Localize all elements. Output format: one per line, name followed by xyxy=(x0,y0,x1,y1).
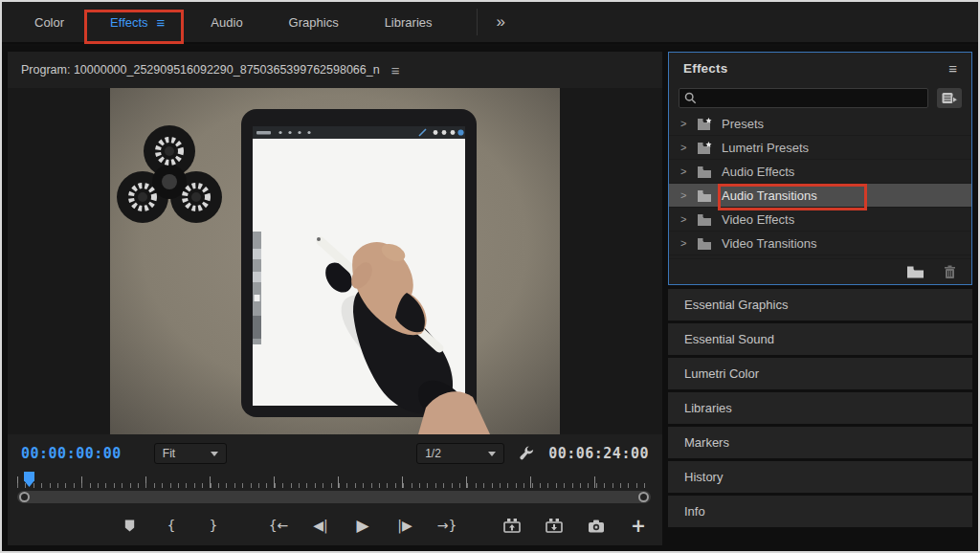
mark-out-icon: } xyxy=(210,518,218,533)
play-button[interactable]: ▶ xyxy=(354,516,371,535)
tab-effects[interactable]: Effects ≡ xyxy=(87,2,188,42)
transport-controls: { } {← ◀| ▶ |▶ →} xyxy=(8,509,662,542)
duration-timecode: 00:06:24:00 xyxy=(548,445,649,462)
new-custom-bin-icon[interactable] xyxy=(906,265,924,278)
program-monitor-title: Program: 10000000_252909516092290_875036… xyxy=(21,63,380,77)
tree-item-audio-effects[interactable]: > Audio Effects xyxy=(669,160,971,184)
chevron-right-icon[interactable]: > xyxy=(680,118,688,129)
tree-item-audio-transitions[interactable]: > Audio Transitions xyxy=(669,184,971,208)
panel-lumetri-color[interactable]: Lumetri Color xyxy=(668,358,972,389)
lift-icon xyxy=(503,518,521,533)
delete-bin-icon[interactable] xyxy=(944,265,956,279)
effects-panel-menu-icon[interactable]: ≡ xyxy=(948,60,957,77)
panel-info[interactable]: Info xyxy=(668,496,972,527)
tab-libraries-label: Libraries xyxy=(385,15,433,30)
tab-libraries[interactable]: Libraries xyxy=(362,2,456,42)
tree-item-presets[interactable]: > Presets xyxy=(669,112,971,136)
play-icon: ▶ xyxy=(356,516,368,535)
panel-label: Lumetri Color xyxy=(684,366,759,381)
tab-graphics[interactable]: Graphics xyxy=(266,2,362,42)
go-to-in-icon: {← xyxy=(269,518,289,533)
go-to-out-button[interactable]: →} xyxy=(438,518,456,533)
add-marker-button[interactable] xyxy=(121,519,138,533)
effects-search-input[interactable] xyxy=(702,91,923,104)
chevron-right-icon[interactable]: > xyxy=(680,237,688,249)
panel-label: Essential Graphics xyxy=(684,298,788,312)
panel-label: History xyxy=(684,470,723,484)
preset-folder-icon xyxy=(697,118,713,130)
premiere-pro-window: Color Effects ≡ Audio Graphics Libraries… xyxy=(0,0,980,553)
tab-menu-icon[interactable]: ≡ xyxy=(157,14,166,31)
wrench-icon xyxy=(518,445,535,462)
right-sidebar: Effects ≡ xyxy=(668,52,972,545)
program-monitor-panel: Program: 10000000_252909516092290_875036… xyxy=(8,52,662,545)
scrollbar-left-handle[interactable] xyxy=(19,492,30,502)
extract-button[interactable] xyxy=(546,518,563,533)
bin-type-filter-button[interactable] xyxy=(937,88,962,108)
go-to-in-button[interactable]: {← xyxy=(270,518,287,533)
folder-icon xyxy=(697,189,713,202)
current-timecode[interactable]: 00:00:00:00 xyxy=(21,445,122,462)
program-video-viewport xyxy=(8,88,662,434)
export-frame-button[interactable] xyxy=(588,519,605,533)
step-back-button[interactable]: ◀| xyxy=(312,518,329,533)
tab-color-label: Color xyxy=(34,15,64,30)
panel-markers[interactable]: Markers xyxy=(668,427,972,458)
monitor-time-ruler[interactable] xyxy=(17,475,651,488)
settings-wrench-button[interactable] xyxy=(518,445,535,462)
panel-history[interactable]: History xyxy=(668,461,972,493)
folder-icon xyxy=(697,213,713,226)
monitor-zoom-scrollbar[interactable] xyxy=(17,491,651,503)
chevron-right-icon[interactable]: > xyxy=(680,166,688,177)
panel-essential-graphics[interactable]: Essential Graphics xyxy=(668,289,972,321)
mark-out-button[interactable]: } xyxy=(205,518,222,533)
workspace-overflow-chevron-icon[interactable]: » xyxy=(478,12,525,32)
step-forward-icon: |▶ xyxy=(397,518,412,533)
drawing-app-sidebar xyxy=(253,232,261,344)
mark-in-icon: { xyxy=(167,518,176,533)
chevron-right-icon[interactable]: > xyxy=(680,189,688,201)
folder-icon xyxy=(697,166,713,178)
effects-search-box[interactable] xyxy=(679,88,928,108)
step-forward-button[interactable]: |▶ xyxy=(396,518,413,533)
program-monitor-menu-icon[interactable]: ≡ xyxy=(391,62,400,78)
tab-audio[interactable]: Audio xyxy=(188,2,265,42)
go-to-out-icon: →} xyxy=(437,518,457,533)
video-frame xyxy=(110,88,560,434)
chevron-right-icon[interactable]: > xyxy=(680,213,688,225)
monitor-controls-bar: 00:00:00:00 Fit 1/2 00:06:24:00 xyxy=(8,438,662,469)
tab-effects-label: Effects xyxy=(110,15,148,30)
tree-item-video-transitions[interactable]: > Video Transitions xyxy=(669,232,971,255)
tab-color[interactable]: Color xyxy=(11,2,87,42)
playback-resolution-dropdown[interactable]: 1/2 xyxy=(416,443,504,464)
tree-item-label: Audio Transitions xyxy=(722,188,817,203)
panel-label: Libraries xyxy=(684,401,732,415)
scrollbar-right-handle[interactable] xyxy=(638,492,649,502)
playhead-marker[interactable] xyxy=(24,472,34,487)
panel-libraries[interactable]: Libraries xyxy=(668,392,972,424)
tree-item-label: Presets xyxy=(722,117,764,131)
tree-item-label: Audio Effects xyxy=(722,165,794,179)
panel-stack: Essential Graphics Essential Sound Lumet… xyxy=(668,289,972,527)
workspace-tab-bar: Color Effects ≡ Audio Graphics Libraries… xyxy=(2,2,978,44)
zoom-level-dropdown[interactable]: Fit xyxy=(154,443,227,464)
panel-essential-sound[interactable]: Essential Sound xyxy=(668,323,972,355)
panel-label: Essential Sound xyxy=(684,332,774,346)
effects-panel-title: Effects xyxy=(683,61,727,76)
plus-icon: + xyxy=(631,515,646,536)
preset-folder-icon xyxy=(697,142,713,154)
panel-label: Info xyxy=(684,504,705,519)
chevron-right-icon[interactable]: > xyxy=(680,142,688,153)
effects-tree: > Presets > xyxy=(669,112,971,258)
effects-panel-header: Effects ≡ xyxy=(669,53,971,83)
zoom-level-value: Fit xyxy=(163,447,175,460)
tree-item-lumetri-presets[interactable]: > Lumetri Presets xyxy=(669,136,971,160)
mark-in-button[interactable]: { xyxy=(163,518,180,533)
tree-item-video-effects[interactable]: > Video Effects xyxy=(669,208,971,232)
main-area: Program: 10000000_252909516092290_875036… xyxy=(2,46,978,551)
lift-button[interactable] xyxy=(503,518,521,533)
button-editor-button[interactable]: + xyxy=(630,515,647,536)
chevron-down-icon xyxy=(211,452,218,456)
bin-type-filter-icon xyxy=(942,92,958,104)
tab-audio-label: Audio xyxy=(211,15,242,30)
